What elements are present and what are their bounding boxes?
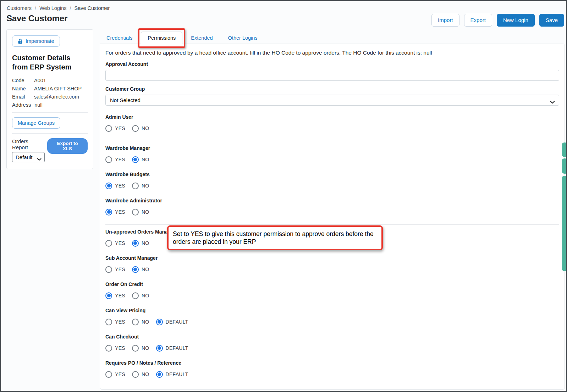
radio-unselected-icon[interactable] xyxy=(132,209,139,215)
permission-group-wardrobe-administrator: Wardrobe AdministratorYESNO xyxy=(105,198,559,215)
radio-option-wardrobe-budgets-no[interactable]: NO xyxy=(132,183,149,189)
radio-option-label: NO xyxy=(142,293,149,298)
radio-option-sub-account-manager-no[interactable]: NO xyxy=(132,266,149,273)
radio-option-label: NO xyxy=(142,240,149,246)
ho-code-intro-text: For orders that need to approved by a he… xyxy=(105,50,559,56)
detail-value: A001 xyxy=(34,78,46,83)
radio-unselected-icon[interactable] xyxy=(105,125,112,132)
orders-report-label: Orders Report xyxy=(12,138,45,150)
radio-option-label: YES xyxy=(115,157,125,162)
radio-selected-icon[interactable] xyxy=(156,371,163,378)
customer-group-select-value: Not Selected xyxy=(110,97,141,103)
orders-report-select[interactable]: Default xyxy=(12,152,45,162)
radio-option-label: NO xyxy=(142,267,149,272)
radio-selected-icon[interactable] xyxy=(105,292,112,299)
tab-bar: CredentialsPermissionsExtendedOther Logi… xyxy=(100,32,266,45)
radio-option-can-view-pricing-default[interactable]: DEFAULT xyxy=(156,319,188,325)
detail-row-email: Emailsales@amelec.com xyxy=(12,94,88,100)
permission-groups: Admin UserYESNOWardrobe ManagerYESNOWard… xyxy=(105,114,559,378)
radio-row: YESNODEFAULT xyxy=(105,371,559,378)
save-button[interactable]: Save xyxy=(539,14,564,27)
radio-option-wardrobe-manager-no[interactable]: NO xyxy=(132,156,149,163)
page-title: Save Customer xyxy=(6,13,67,23)
radio-option-admin-user-yes[interactable]: YES xyxy=(105,125,125,132)
radio-option-wardrobe-administrator-yes[interactable]: YES xyxy=(105,209,125,215)
export-to-xls-button[interactable]: Export to XLS xyxy=(47,138,88,154)
radio-option-label: NO xyxy=(142,125,149,131)
radio-unselected-icon[interactable] xyxy=(105,319,112,325)
radio-unselected-icon[interactable] xyxy=(132,125,139,132)
radio-unselected-icon[interactable] xyxy=(132,371,139,378)
radio-option-un-approved-orders-manager-yes[interactable]: YES xyxy=(105,240,125,247)
radio-option-can-checkout-default[interactable]: DEFAULT xyxy=(156,345,188,352)
breadcrumb-item-save-customer: Save Customer xyxy=(74,5,110,11)
radio-row: YESNO xyxy=(105,208,559,215)
radio-selected-icon[interactable] xyxy=(105,183,112,189)
radio-option-admin-user-no[interactable]: NO xyxy=(132,125,149,132)
permission-group-can-view-pricing: Can View PricingYESNODEFAULT xyxy=(105,308,559,325)
radio-option-can-view-pricing-no[interactable]: NO xyxy=(132,319,149,325)
permission-group-label: Order On Credit xyxy=(105,281,559,287)
orders-report-section: Orders Report Default Export to XLS xyxy=(12,138,88,162)
import-button[interactable]: Import xyxy=(431,14,459,27)
edge-widget-bar[interactable] xyxy=(562,176,567,271)
radio-unselected-icon[interactable] xyxy=(132,292,139,299)
radio-unselected-icon[interactable] xyxy=(132,183,139,189)
radio-option-requires-po-notes-reference-yes[interactable]: YES xyxy=(105,371,125,378)
radio-option-label: DEFAULT xyxy=(166,371,188,377)
radio-selected-icon[interactable] xyxy=(156,345,163,352)
tab-credentials[interactable]: Credentials xyxy=(100,32,139,45)
radio-option-label: YES xyxy=(115,345,125,351)
new-login-button[interactable]: New Login xyxy=(497,14,535,27)
radio-option-order-on-credit-yes[interactable]: YES xyxy=(105,292,125,299)
radio-option-label: NO xyxy=(142,345,149,351)
lock-icon xyxy=(18,39,23,44)
permission-group-label: Requires PO / Notes / Reference xyxy=(105,360,559,366)
radio-selected-icon[interactable] xyxy=(132,266,139,273)
tab-permissions[interactable]: Permissions xyxy=(141,32,182,44)
breadcrumb-item-web-logins[interactable]: Web Logins xyxy=(39,5,66,11)
radio-option-un-approved-orders-manager-no[interactable]: NO xyxy=(132,240,149,247)
permission-group-requires-po-notes-reference: Requires PO / Notes / ReferenceYESNODEFA… xyxy=(105,360,559,378)
radio-row: YESNODEFAULT xyxy=(105,318,559,325)
radio-option-sub-account-manager-yes[interactable]: YES xyxy=(105,266,125,273)
radio-selected-icon[interactable] xyxy=(156,319,163,325)
radio-unselected-icon[interactable] xyxy=(105,240,112,247)
approval-account-input[interactable] xyxy=(105,70,559,81)
radio-selected-icon[interactable] xyxy=(132,156,139,163)
radio-option-requires-po-notes-reference-default[interactable]: DEFAULT xyxy=(156,371,188,378)
radio-option-can-checkout-no[interactable]: NO xyxy=(132,345,149,352)
edge-widget-bar[interactable] xyxy=(562,142,567,157)
customer-group-select[interactable]: Not Selected xyxy=(105,95,559,106)
edge-widget-bar[interactable] xyxy=(562,158,567,174)
customer-details-card: Impersonate Customer Details from ERP Sy… xyxy=(6,29,93,169)
detail-value: AMELIA GIFT SHOP xyxy=(34,86,82,91)
radio-unselected-icon[interactable] xyxy=(105,371,112,378)
radio-option-label: YES xyxy=(115,293,125,298)
radio-option-label: YES xyxy=(115,209,125,215)
radio-unselected-icon[interactable] xyxy=(105,266,112,273)
detail-label: Address xyxy=(12,102,31,108)
radio-unselected-icon[interactable] xyxy=(132,345,139,352)
radio-option-requires-po-notes-reference-no[interactable]: NO xyxy=(132,371,149,378)
approval-account-label: Approval Account xyxy=(105,61,559,67)
manage-groups-button[interactable]: Manage Groups xyxy=(12,117,60,129)
radio-unselected-icon[interactable] xyxy=(132,319,139,325)
breadcrumb-item-customers[interactable]: Customers xyxy=(7,5,32,11)
tab-extended[interactable]: Extended xyxy=(184,32,219,45)
radio-selected-icon[interactable] xyxy=(105,209,112,215)
radio-unselected-icon[interactable] xyxy=(105,156,112,163)
radio-selected-icon[interactable] xyxy=(132,240,139,247)
radio-option-wardrobe-manager-yes[interactable]: YES xyxy=(105,156,125,163)
export-button[interactable]: Export xyxy=(464,14,492,27)
permission-group-admin-user: Admin UserYESNO xyxy=(105,114,559,132)
radio-option-label: NO xyxy=(142,209,149,215)
radio-option-can-view-pricing-yes[interactable]: YES xyxy=(105,319,125,325)
radio-option-wardrobe-budgets-yes[interactable]: YES xyxy=(105,183,125,189)
radio-unselected-icon[interactable] xyxy=(105,345,112,352)
tab-other-logins[interactable]: Other Logins xyxy=(221,32,264,45)
radio-option-order-on-credit-no[interactable]: NO xyxy=(132,292,149,299)
radio-option-wardrobe-administrator-no[interactable]: NO xyxy=(132,209,149,215)
impersonate-button[interactable]: Impersonate xyxy=(12,35,60,47)
radio-option-can-checkout-yes[interactable]: YES xyxy=(105,345,125,352)
